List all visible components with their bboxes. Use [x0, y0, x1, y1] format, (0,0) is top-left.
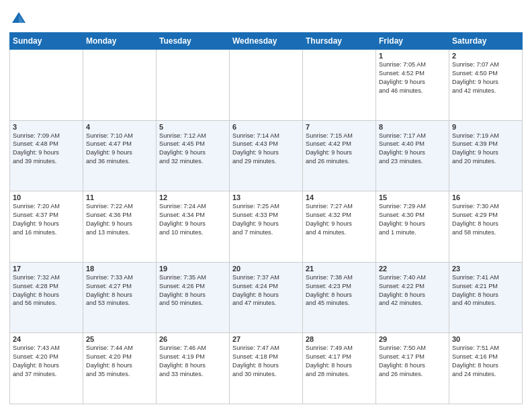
day-number: 18	[86, 265, 153, 273]
day-number: 27	[232, 335, 300, 343]
day-info: Sunrise: 7:46 AM Sunset: 4:19 PM Dayligh…	[159, 344, 226, 379]
day-number: 25	[86, 335, 153, 343]
cell-week1-day5	[303, 50, 376, 121]
day-number: 20	[232, 265, 300, 273]
day-info: Sunrise: 7:33 AM Sunset: 4:27 PM Dayligh…	[86, 273, 153, 308]
day-info: Sunrise: 7:12 AM Sunset: 4:45 PM Dayligh…	[159, 132, 226, 167]
calendar-body: 1Sunrise: 7:05 AM Sunset: 4:52 PM Daylig…	[10, 50, 523, 404]
calendar: SundayMondayTuesdayWednesdayThursdayFrid…	[9, 32, 523, 404]
cell-week2-day5: 7Sunrise: 7:15 AM Sunset: 4:42 PM Daylig…	[303, 120, 376, 191]
day-number: 22	[379, 265, 446, 273]
cell-week5-day4: 27Sunrise: 7:47 AM Sunset: 4:18 PM Dayli…	[230, 333, 303, 404]
header-thursday: Thursday	[303, 33, 376, 50]
cell-week3-day5: 14Sunrise: 7:27 AM Sunset: 4:32 PM Dayli…	[303, 191, 376, 263]
day-info: Sunrise: 7:38 AM Sunset: 4:23 PM Dayligh…	[306, 273, 373, 308]
day-info: Sunrise: 7:09 AM Sunset: 4:48 PM Dayligh…	[13, 132, 80, 167]
week-row-1: 1Sunrise: 7:05 AM Sunset: 4:52 PM Daylig…	[10, 50, 523, 121]
cell-week1-day3	[157, 50, 230, 121]
week-row-3: 10Sunrise: 7:20 AM Sunset: 4:37 PM Dayli…	[10, 191, 523, 263]
day-info: Sunrise: 7:05 AM Sunset: 4:52 PM Dayligh…	[379, 60, 446, 95]
day-number: 12	[159, 193, 226, 201]
day-info: Sunrise: 7:41 AM Sunset: 4:21 PM Dayligh…	[452, 273, 519, 308]
day-number: 8	[379, 123, 446, 131]
cell-week4-day2: 18Sunrise: 7:33 AM Sunset: 4:27 PM Dayli…	[83, 262, 157, 333]
day-number: 23	[452, 265, 519, 273]
cell-week4-day4: 20Sunrise: 7:37 AM Sunset: 4:24 PM Dayli…	[230, 262, 303, 333]
header-friday: Friday	[376, 33, 449, 50]
cell-week3-day2: 11Sunrise: 7:22 AM Sunset: 4:36 PM Dayli…	[83, 191, 157, 263]
day-info: Sunrise: 7:19 AM Sunset: 4:39 PM Dayligh…	[452, 132, 519, 167]
day-info: Sunrise: 7:25 AM Sunset: 4:33 PM Dayligh…	[232, 202, 300, 237]
day-info: Sunrise: 7:24 AM Sunset: 4:34 PM Dayligh…	[159, 202, 226, 237]
day-number: 5	[159, 123, 226, 131]
cell-week1-day4	[230, 50, 303, 121]
cell-week5-day3: 26Sunrise: 7:46 AM Sunset: 4:19 PM Dayli…	[157, 333, 230, 404]
header-saturday: Saturday	[449, 33, 523, 50]
cell-week3-day6: 15Sunrise: 7:29 AM Sunset: 4:30 PM Dayli…	[376, 191, 449, 263]
day-number: 7	[306, 123, 373, 131]
header-sunday: Sunday	[10, 33, 83, 50]
day-info: Sunrise: 7:17 AM Sunset: 4:40 PM Dayligh…	[379, 132, 446, 167]
day-info: Sunrise: 7:22 AM Sunset: 4:36 PM Dayligh…	[86, 202, 153, 237]
day-number: 3	[13, 123, 80, 131]
day-info: Sunrise: 7:44 AM Sunset: 4:20 PM Dayligh…	[86, 344, 153, 379]
logo	[9, 9, 31, 28]
day-number: 24	[13, 335, 80, 343]
day-number: 17	[13, 265, 80, 273]
day-info: Sunrise: 7:37 AM Sunset: 4:24 PM Dayligh…	[232, 273, 300, 308]
day-number: 13	[232, 193, 300, 201]
day-number: 2	[452, 52, 519, 60]
day-number: 15	[379, 193, 446, 201]
cell-week1-day7: 2Sunrise: 7:07 AM Sunset: 4:50 PM Daylig…	[449, 50, 523, 121]
cell-week5-day6: 29Sunrise: 7:50 AM Sunset: 4:17 PM Dayli…	[376, 333, 449, 404]
cell-week2-day1: 3Sunrise: 7:09 AM Sunset: 4:48 PM Daylig…	[10, 120, 83, 191]
cell-week3-day4: 13Sunrise: 7:25 AM Sunset: 4:33 PM Dayli…	[230, 191, 303, 263]
day-number: 14	[306, 193, 373, 201]
day-number: 11	[86, 193, 153, 201]
cell-week1-day2	[83, 50, 157, 121]
day-number: 9	[452, 123, 519, 131]
day-info: Sunrise: 7:10 AM Sunset: 4:47 PM Dayligh…	[86, 132, 153, 167]
day-number: 1	[379, 52, 446, 60]
day-number: 4	[86, 123, 153, 131]
day-info: Sunrise: 7:43 AM Sunset: 4:20 PM Dayligh…	[13, 344, 80, 379]
day-info: Sunrise: 7:15 AM Sunset: 4:42 PM Dayligh…	[306, 132, 373, 167]
day-number: 28	[306, 335, 373, 343]
cell-week5-day2: 25Sunrise: 7:44 AM Sunset: 4:20 PM Dayli…	[83, 333, 157, 404]
cell-week4-day5: 21Sunrise: 7:38 AM Sunset: 4:23 PM Dayli…	[303, 262, 376, 333]
day-number: 21	[306, 265, 373, 273]
cell-week3-day7: 16Sunrise: 7:30 AM Sunset: 4:29 PM Dayli…	[449, 191, 523, 263]
header-row: SundayMondayTuesdayWednesdayThursdayFrid…	[10, 33, 523, 50]
day-info: Sunrise: 7:20 AM Sunset: 4:37 PM Dayligh…	[13, 202, 80, 237]
day-info: Sunrise: 7:27 AM Sunset: 4:32 PM Dayligh…	[306, 202, 373, 237]
day-info: Sunrise: 7:47 AM Sunset: 4:18 PM Dayligh…	[232, 344, 300, 379]
cell-week3-day1: 10Sunrise: 7:20 AM Sunset: 4:37 PM Dayli…	[10, 191, 83, 263]
day-info: Sunrise: 7:50 AM Sunset: 4:17 PM Dayligh…	[379, 344, 446, 379]
day-info: Sunrise: 7:32 AM Sunset: 4:28 PM Dayligh…	[13, 273, 80, 308]
day-info: Sunrise: 7:49 AM Sunset: 4:17 PM Dayligh…	[306, 344, 373, 379]
week-row-2: 3Sunrise: 7:09 AM Sunset: 4:48 PM Daylig…	[10, 120, 523, 191]
day-number: 6	[232, 123, 300, 131]
cell-week2-day6: 8Sunrise: 7:17 AM Sunset: 4:40 PM Daylig…	[376, 120, 449, 191]
day-info: Sunrise: 7:35 AM Sunset: 4:26 PM Dayligh…	[159, 273, 226, 308]
cell-week3-day3: 12Sunrise: 7:24 AM Sunset: 4:34 PM Dayli…	[157, 191, 230, 263]
calendar-header: SundayMondayTuesdayWednesdayThursdayFrid…	[10, 33, 523, 50]
cell-week2-day3: 5Sunrise: 7:12 AM Sunset: 4:45 PM Daylig…	[157, 120, 230, 191]
week-row-4: 17Sunrise: 7:32 AM Sunset: 4:28 PM Dayli…	[10, 262, 523, 333]
day-info: Sunrise: 7:29 AM Sunset: 4:30 PM Dayligh…	[379, 202, 446, 237]
cell-week4-day7: 23Sunrise: 7:41 AM Sunset: 4:21 PM Dayli…	[449, 262, 523, 333]
cell-week2-day4: 6Sunrise: 7:14 AM Sunset: 4:43 PM Daylig…	[230, 120, 303, 191]
day-number: 29	[379, 335, 446, 343]
week-row-5: 24Sunrise: 7:43 AM Sunset: 4:20 PM Dayli…	[10, 333, 523, 404]
cell-week2-day7: 9Sunrise: 7:19 AM Sunset: 4:39 PM Daylig…	[449, 120, 523, 191]
header-monday: Monday	[83, 33, 157, 50]
header-tuesday: Tuesday	[157, 33, 230, 50]
cell-week5-day5: 28Sunrise: 7:49 AM Sunset: 4:17 PM Dayli…	[303, 333, 376, 404]
day-number: 19	[159, 265, 226, 273]
day-info: Sunrise: 7:07 AM Sunset: 4:50 PM Dayligh…	[452, 60, 519, 95]
page: SundayMondayTuesdayWednesdayThursdayFrid…	[0, 0, 532, 411]
day-number: 16	[452, 193, 519, 201]
day-number: 26	[159, 335, 226, 343]
day-number: 10	[13, 193, 80, 201]
cell-week5-day1: 24Sunrise: 7:43 AM Sunset: 4:20 PM Dayli…	[10, 333, 83, 404]
